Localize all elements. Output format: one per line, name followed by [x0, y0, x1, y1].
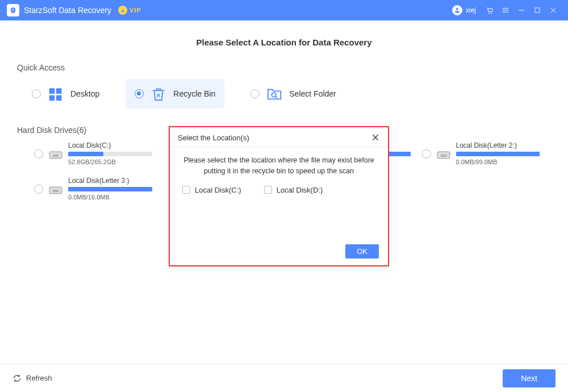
drive-name: Local Disk(C:) [68, 141, 152, 149]
vip-icon [118, 6, 127, 15]
app-title: StarzSoft Data Recovery [24, 6, 111, 15]
drive-size: 0.0MB/99.0MB [456, 159, 540, 165]
radio-icon [32, 89, 41, 98]
location-option-c[interactable]: Local Disk(C:) [182, 186, 241, 194]
svg-point-8 [272, 93, 277, 97]
svg-rect-4 [49, 88, 55, 94]
svg-rect-3 [535, 8, 540, 12]
radio-icon [250, 89, 260, 98]
svg-point-1 [488, 13, 489, 14]
modal-header: Select the Location(s) [170, 127, 388, 147]
titlebar: StarzSoft Data Recovery VIP xiej [0, 0, 568, 20]
refresh-button[interactable]: Refresh [12, 374, 52, 383]
disk-icon: SSD [49, 185, 62, 195]
refresh-icon [12, 374, 22, 383]
checkbox-icon [182, 186, 190, 194]
modal-body: Please select the the location where the… [170, 147, 388, 194]
disk-icon: SSD [49, 149, 62, 160]
user-name: xiej [466, 6, 476, 14]
location-option-d[interactable]: Local Disk(D:) [264, 186, 323, 194]
drive-item[interactable]: SSD Local Disk(Letter 2:) 0.0MB/99.0MB [422, 141, 540, 165]
modal-message: Please select the the location where the… [179, 155, 379, 177]
radio-icon [34, 149, 43, 159]
drive-usage-bar [68, 187, 152, 191]
cart-icon[interactable] [482, 2, 498, 18]
drive-item[interactable]: SSD Local Disk(C:) 52.8GB/265.2GB [34, 141, 152, 165]
user-badge[interactable]: xiej [452, 5, 476, 15]
svg-rect-5 [56, 88, 62, 94]
folder-search-icon [265, 85, 283, 103]
app-logo-icon [7, 4, 19, 16]
footer: Refresh Next [0, 364, 568, 392]
recycle-bin-icon [149, 85, 168, 103]
drive-size: 52.8GB/265.2GB [68, 159, 152, 165]
quick-access-desktop[interactable]: Desktop [23, 79, 108, 109]
radio-icon [135, 89, 144, 98]
quick-access-row: Desktop Recycle Bin Select Folder [23, 79, 551, 109]
drive-item[interactable]: SSD Local Disk(Letter 3:) 0.0MB/16.0MB [34, 177, 152, 201]
quick-access-label: Select Folder [289, 89, 336, 98]
user-avatar-icon [452, 5, 462, 15]
modal-options: Local Disk(C:) Local Disk(D:) [179, 186, 379, 194]
desktop-icon [47, 85, 65, 103]
svg-point-0 [456, 8, 458, 10]
drive-name: Local Disk(Letter 3:) [68, 177, 152, 185]
quick-access-recycle-bin[interactable]: Recycle Bin [126, 79, 224, 109]
svg-text:SSD: SSD [440, 154, 446, 157]
modal-close-button[interactable] [371, 133, 380, 142]
menu-icon[interactable] [498, 2, 513, 18]
drive-size: 0.0MB/16.0MB [68, 194, 152, 201]
option-label: Local Disk(D:) [277, 186, 323, 194]
select-location-modal: Select the Location(s) Please select the… [169, 126, 389, 266]
svg-rect-6 [49, 95, 55, 101]
option-label: Local Disk(C:) [195, 186, 241, 194]
quick-access-select-folder[interactable]: Select Folder [241, 79, 345, 109]
radio-icon [34, 185, 43, 194]
radio-icon [422, 149, 431, 159]
quick-access-label: Recycle Bin [173, 89, 215, 98]
minimize-button[interactable] [513, 2, 529, 18]
drive-usage-bar [456, 152, 540, 156]
main-content: Please Select A Location for Data Recove… [0, 20, 568, 364]
ok-button[interactable]: OK [345, 244, 379, 258]
svg-text:SSD: SSD [53, 189, 59, 193]
modal-title: Select the Location(s) [178, 134, 249, 142]
drive-name: Local Disk(Letter 2:) [456, 141, 540, 149]
vip-badge[interactable]: VIP [118, 6, 141, 15]
svg-text:SSD: SSD [53, 154, 59, 157]
svg-rect-7 [56, 95, 62, 101]
quick-access-title: Quick Access [17, 63, 551, 72]
disk-icon: SSD [437, 149, 450, 160]
modal-footer: OK [345, 244, 379, 258]
vip-label: VIP [130, 7, 141, 14]
checkbox-icon [264, 186, 272, 194]
maximize-button[interactable] [529, 2, 545, 18]
next-button[interactable]: Next [503, 369, 556, 387]
drive-usage-bar [68, 152, 152, 156]
page-heading: Please Select A Location for Data Recove… [17, 37, 551, 47]
quick-access-label: Desktop [70, 89, 99, 98]
close-button[interactable] [545, 2, 561, 18]
svg-point-2 [491, 13, 492, 14]
refresh-label: Refresh [26, 374, 52, 382]
